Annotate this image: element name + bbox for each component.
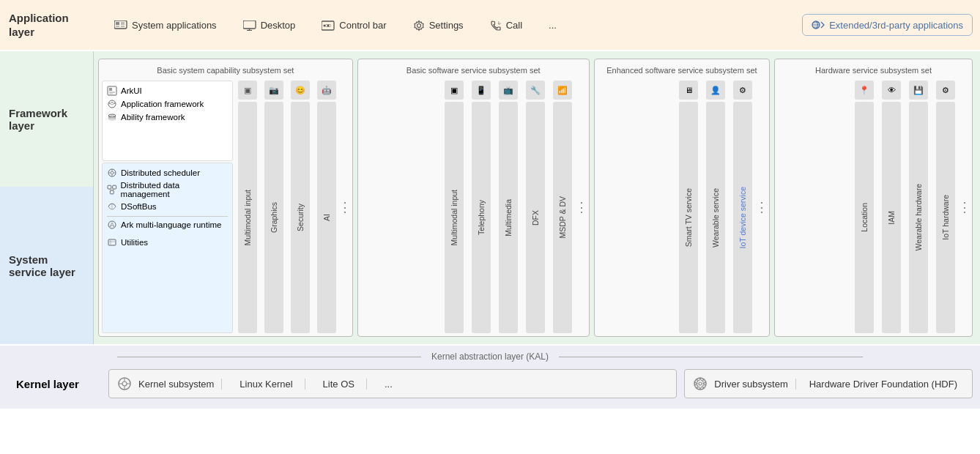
multimodal2-top-icon: ▣ bbox=[445, 81, 464, 100]
arkui-label: ArkUI bbox=[121, 86, 142, 95]
dfx-label: DFX bbox=[531, 210, 540, 226]
kernel-layer: Kernel abstraction layer (KAL) Kernel la… bbox=[0, 344, 980, 409]
svg-point-9 bbox=[324, 24, 326, 26]
dist-sched-item: Distributed scheduler bbox=[107, 166, 228, 179]
smarttv-col: Smart TV service bbox=[679, 102, 698, 333]
ark-runtime-icon bbox=[107, 220, 117, 230]
vert-col-wearable: 👤 Wearable service bbox=[703, 81, 728, 333]
basic-sys-cap-inner: ArkUI Application framework Ability fram… bbox=[102, 81, 349, 333]
svg-point-26 bbox=[111, 171, 114, 174]
basic-software-title: Basic software service subsystem set bbox=[361, 62, 586, 81]
svg-rect-32 bbox=[113, 186, 116, 190]
middle-labels: Framework layer System service layer bbox=[0, 51, 94, 344]
svg-point-12 bbox=[417, 23, 420, 27]
svg-rect-3 bbox=[116, 26, 119, 27]
svg-point-48 bbox=[699, 382, 702, 385]
app-layer-content: System applications Desktop Control bar … bbox=[94, 0, 980, 50]
desktop-icon bbox=[243, 18, 256, 31]
vert-col-ai: 🤖 AI bbox=[314, 81, 339, 333]
middle-main: Basic system capability subsystem set Ar… bbox=[94, 51, 980, 344]
ai-top-icon: 🤖 bbox=[317, 81, 336, 100]
wearable-label: Wearable service bbox=[711, 188, 720, 248]
extended-apps-icon bbox=[812, 19, 825, 31]
basic-sys-vert-cols: ▣ Multimodal input 📷 Graphics bbox=[235, 81, 349, 333]
dsoftbus-label: DSoftBus bbox=[121, 202, 157, 211]
basic-sys-left: ArkUI Application framework Ability fram… bbox=[102, 81, 233, 333]
ability-framework-item: Ability framework bbox=[107, 111, 228, 124]
kernel-layer-label: Kernel layer bbox=[7, 378, 101, 390]
telephony-top-icon: 📱 bbox=[472, 81, 491, 100]
iot-hw-top-icon: ⚙ bbox=[936, 81, 955, 100]
wearable-hw-col: Wearable hardware bbox=[909, 102, 928, 333]
driver-subsystem-box: Driver subsystem Hardware Driver Foundat… bbox=[684, 369, 973, 398]
svg-point-10 bbox=[327, 24, 330, 26]
app-framework-item: Application framework bbox=[107, 97, 228, 111]
app-framework-icon bbox=[107, 99, 117, 109]
svg-rect-33 bbox=[110, 190, 114, 194]
app-item-system-apps: System applications bbox=[101, 12, 230, 37]
lite-os-item: Lite OS bbox=[311, 379, 367, 390]
wearable-col: Wearable service bbox=[706, 102, 725, 333]
hdf-item: Hardware Driver Foundation (HDF) bbox=[802, 379, 965, 390]
vert-col-multimodal: ▣ Multimodal input bbox=[235, 81, 260, 333]
dist-data-label: Distributed data management bbox=[121, 181, 228, 198]
extended-apps-item: Extended/3rd-party applications bbox=[802, 14, 973, 37]
dsoftbus-item: DSoftBus bbox=[107, 200, 228, 213]
svg-rect-2 bbox=[121, 22, 125, 25]
iam-col: IAM bbox=[882, 102, 901, 333]
dist-sched-icon bbox=[107, 168, 117, 178]
vert-col-iam: 👁 IAM bbox=[879, 81, 904, 333]
app-layer-label: Application layer bbox=[0, 0, 94, 50]
svg-rect-15 bbox=[109, 88, 112, 91]
location-col: Location bbox=[855, 102, 874, 333]
ark-runtime-item: Ark multi-language runtime bbox=[107, 220, 221, 230]
ai-label: AI bbox=[322, 214, 331, 221]
app-item-more: ... bbox=[535, 14, 570, 37]
ai-col: AI bbox=[317, 102, 336, 333]
more-label: ... bbox=[549, 20, 557, 31]
enhanced-dots: ⋮ bbox=[757, 81, 766, 333]
dfx-col: DFX bbox=[526, 102, 545, 333]
utilities-icon bbox=[107, 237, 117, 248]
dfx-top-icon: 🔧 bbox=[526, 81, 545, 100]
kernel-subsystem-icon bbox=[116, 376, 133, 392]
app-framework-label: Application framework bbox=[121, 100, 204, 108]
app-item-call: Call bbox=[477, 12, 535, 37]
multimedia-col: Multimedia bbox=[499, 102, 518, 333]
graphics-label: Graphics bbox=[270, 202, 278, 233]
wearable-hw-top-icon: 💾 bbox=[909, 81, 928, 100]
ability-framework-label: Ability framework bbox=[121, 113, 185, 122]
middle-section: Framework layer System service layer Bas… bbox=[0, 51, 980, 344]
svg-point-18 bbox=[108, 100, 116, 108]
application-layer: Application layer System applications De… bbox=[0, 0, 980, 51]
graphics-top-icon: 📷 bbox=[264, 81, 283, 100]
kernel-more-item: ... bbox=[373, 379, 404, 390]
extended-apps-label: Extended/3rd-party applications bbox=[829, 20, 963, 31]
framework-layer-label: Framework layer bbox=[0, 51, 94, 187]
svg-rect-31 bbox=[108, 186, 111, 190]
msdp-label: MSDP & DV bbox=[558, 196, 567, 239]
iam-label: IAM bbox=[887, 211, 896, 225]
hardware-service-cols: 📍 Location 👁 IAM 💾 Wea bbox=[778, 81, 969, 333]
vert-col-graphics: 📷 Graphics bbox=[261, 81, 286, 333]
msdp-top-icon: 📶 bbox=[553, 81, 572, 100]
app-item-settings: Settings bbox=[400, 12, 477, 37]
svg-rect-1 bbox=[116, 22, 119, 25]
svg-point-47 bbox=[694, 378, 706, 390]
enhanced-software-cols: 🖥 Smart TV service 👤 Wearable service ⚙ bbox=[598, 81, 766, 333]
kal-label: Kernel abstraction layer (KAL) bbox=[421, 351, 559, 362]
multimodal2-label: Multimodal input bbox=[450, 190, 459, 245]
subsystem-sets: Basic system capability subsystem set Ar… bbox=[94, 51, 980, 344]
control-bar-icon bbox=[322, 18, 335, 31]
basic-software-dots: ⋮ bbox=[577, 81, 586, 333]
location-label: Location bbox=[860, 203, 869, 232]
vert-col-iot-device: ⚙ IoT device service bbox=[730, 81, 755, 333]
basic-sys-cap-title: Basic system capability subsystem set bbox=[102, 62, 349, 81]
bottom-items: Ark multi-language runtime Utilities bbox=[107, 216, 228, 248]
security-label: Security bbox=[296, 204, 305, 231]
dist-data-item: Distributed data management bbox=[107, 179, 228, 200]
vert-col-security: 😊 Security bbox=[288, 81, 313, 333]
dist-sched-label: Distributed scheduler bbox=[121, 168, 200, 177]
wearable-hw-label: Wearable hardware bbox=[914, 184, 923, 250]
arkui-icon bbox=[107, 86, 117, 96]
